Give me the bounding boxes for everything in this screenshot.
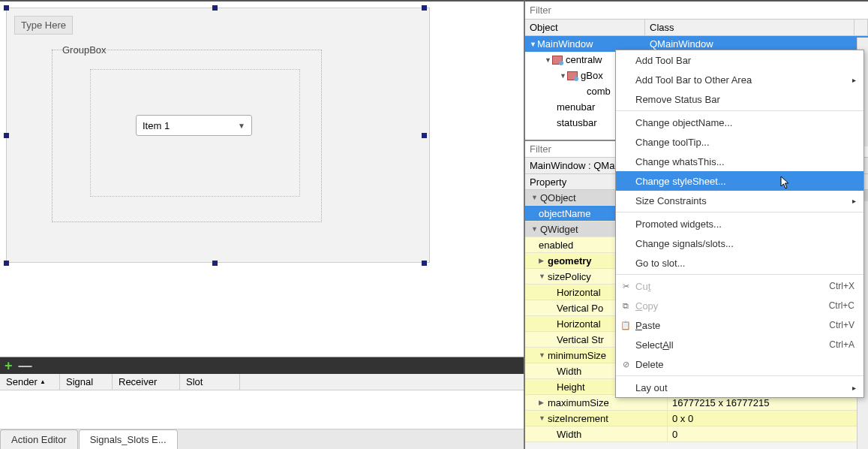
signals-slots-panel: + — Sender▲ Signal Receiver Slot Action … <box>0 357 524 449</box>
menu-layout[interactable]: Lay out <box>616 378 863 397</box>
header-receiver[interactable]: Receiver <box>113 374 180 390</box>
groupbox-title: GroupBox <box>60 44 109 56</box>
tab-signals-slots[interactable]: Signals_Slots E... <box>79 429 178 449</box>
selection-handle[interactable] <box>422 261 427 266</box>
chevron-down-icon: ▼ <box>238 122 245 130</box>
header-sender[interactable]: Sender▲ <box>0 374 60 390</box>
collapse-icon[interactable]: ▼ <box>539 351 546 359</box>
signals-slots-headers: Sender▲ Signal Receiver Slot <box>0 374 524 390</box>
object-inspector-filter[interactable]: Filter <box>525 2 868 20</box>
tree-expand-icon[interactable]: ▼ <box>545 56 552 64</box>
signals-slots-body[interactable] <box>0 390 524 432</box>
collapse-icon[interactable]: ▼ <box>531 225 539 233</box>
header-signal[interactable]: Signal <box>60 374 113 390</box>
expand-icon[interactable]: ▶ <box>539 257 546 264</box>
menu-change-objectname[interactable]: Change objectName... <box>616 113 863 132</box>
selection-handle[interactable] <box>422 5 427 11</box>
selection-handle[interactable] <box>4 133 9 138</box>
sort-indicator-icon: ▲ <box>40 378 46 385</box>
header-spacer <box>854 20 868 35</box>
menubar-placeholder[interactable]: Type Here <box>14 16 73 35</box>
tab-action-editor[interactable]: Action Editor <box>0 429 78 449</box>
widget-icon <box>552 56 563 65</box>
header-slot[interactable]: Slot <box>180 374 240 390</box>
bottom-tabs: Action Editor Signals_Slots E... <box>0 429 524 449</box>
groupbox-widget[interactable]: GroupBox Item 1 ▼ <box>52 50 322 222</box>
selection-handle[interactable] <box>212 5 218 11</box>
menu-cut[interactable]: ✂CutCtrl+X <box>616 276 863 296</box>
header-object[interactable]: Object <box>525 20 645 35</box>
expand-icon[interactable]: ▶ <box>539 399 546 406</box>
menu-copy[interactable]: ⧉CopyCtrl+C <box>616 296 863 315</box>
tree-expand-icon[interactable]: ▼ <box>560 72 567 80</box>
collapse-icon[interactable]: ▼ <box>539 273 546 280</box>
menu-promoted-widgets[interactable]: Promoted widgets... <box>616 214 863 234</box>
prop-inc-width[interactable]: Width0 <box>525 426 868 442</box>
delete-icon: ⊘ <box>620 359 631 369</box>
menu-separator <box>616 375 863 376</box>
menu-change-signals-slots[interactable]: Change signals/slots... <box>616 234 863 253</box>
widget-icon <box>567 71 578 80</box>
collapse-icon[interactable]: ▼ <box>539 414 546 422</box>
signals-slots-toolbar: + — <box>0 357 524 374</box>
selection-handle[interactable] <box>4 5 9 11</box>
paste-icon: 📋 <box>620 320 631 330</box>
menu-add-toolbar-other[interactable]: Add Tool Bar to Other Area <box>616 70 863 89</box>
combobox-value: Item 1 <box>143 120 170 131</box>
menu-select-all[interactable]: Select AllCtrl+A <box>616 335 863 354</box>
add-connection-button[interactable]: + <box>5 359 13 372</box>
groupbox-inner[interactable]: Item 1 ▼ <box>90 69 300 197</box>
menu-size-constraints[interactable]: Size Constraints <box>616 191 863 210</box>
form-background[interactable]: Type Here GroupBox Item 1 ▼ <box>6 8 430 263</box>
menu-change-stylesheet[interactable]: Change styleSheet... <box>616 171 863 191</box>
copy-icon: ⧉ <box>620 300 631 311</box>
menu-separator <box>616 212 863 212</box>
collapse-icon[interactable]: ▼ <box>531 194 539 201</box>
selection-handle[interactable] <box>212 261 218 266</box>
cursor-icon <box>780 176 791 192</box>
combobox-widget[interactable]: Item 1 ▼ <box>136 115 252 136</box>
selection-handle[interactable] <box>422 133 427 138</box>
menu-paste[interactable]: 📋PasteCtrl+V <box>616 315 863 335</box>
tree-expand-icon[interactable]: ▼ <box>530 41 537 48</box>
header-class[interactable]: Class <box>645 20 854 35</box>
menu-separator <box>616 274 863 275</box>
menu-go-to-slot[interactable]: Go to slot... <box>616 253 863 273</box>
selection-handle[interactable] <box>4 261 9 266</box>
menu-change-whatsthis[interactable]: Change whatsThis... <box>616 152 863 171</box>
object-inspector-headers: Object Class <box>525 20 868 36</box>
design-canvas[interactable]: Type Here GroupBox Item 1 ▼ <box>0 0 524 357</box>
cut-icon: ✂ <box>620 281 631 291</box>
prop-sizeincrement[interactable]: ▼sizeIncrement0 x 0 <box>525 411 868 426</box>
remove-connection-button[interactable]: — <box>19 359 32 372</box>
menu-remove-statusbar[interactable]: Remove Status Bar <box>616 89 863 109</box>
menu-separator <box>616 110 863 111</box>
menu-delete[interactable]: ⊘Delete <box>616 354 863 374</box>
menu-change-tooltip[interactable]: Change toolTip... <box>616 132 863 152</box>
context-menu: Add Tool Bar Add Tool Bar to Other Area … <box>615 50 864 398</box>
menu-add-toolbar[interactable]: Add Tool Bar <box>616 50 863 70</box>
